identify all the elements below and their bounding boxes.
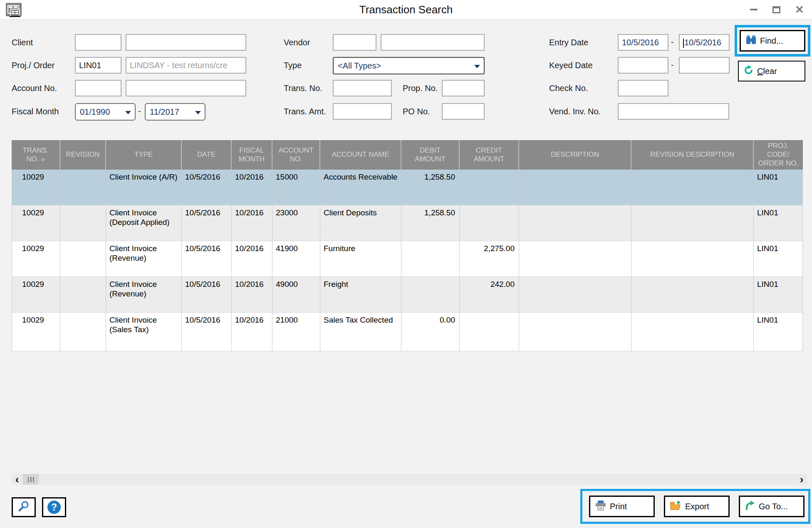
cell-fiscal-month: 10/2016	[232, 241, 272, 276]
cell-account-no: 49000	[272, 277, 320, 312]
col-header-proj-code[interactable]: PROJ. CODE/ ORDER NO.	[754, 140, 803, 170]
vend-inv-no-field[interactable]	[618, 103, 729, 120]
search-icon	[18, 501, 30, 514]
table-row[interactable]: 10029 Client Invoice (Revenue) 10/5/2016…	[12, 277, 803, 313]
client-code-field[interactable]	[75, 34, 121, 51]
cell-description	[519, 313, 631, 351]
cell-revision	[60, 205, 106, 241]
cell-account-no: 23000	[272, 205, 320, 241]
col-header-credit-amount[interactable]: CREDIT AMOUNT	[460, 140, 519, 170]
cell-account-name: Client Deposits	[320, 205, 401, 241]
entry-date-from-field[interactable]: 10/5/2016	[618, 34, 668, 51]
help-icon: ?	[47, 501, 61, 514]
cell-trans-no: 10029	[12, 277, 60, 312]
cell-credit	[460, 170, 519, 205]
keyed-date-to-field[interactable]	[679, 57, 730, 74]
col-header-type[interactable]: TYPE	[106, 140, 182, 170]
cell-fiscal-month: 10/2016	[232, 170, 272, 205]
horizontal-scrollbar[interactable]: ‹ ›	[12, 474, 807, 485]
cell-type: Client Invoice (Revenue)	[106, 241, 182, 276]
find-button-highlight: Find...	[735, 25, 810, 57]
cell-revision-description	[631, 205, 754, 241]
maximize-button[interactable]	[767, 0, 785, 19]
clear-button[interactable]: Clear	[738, 61, 805, 81]
col-header-description[interactable]: DESCRIPTION	[519, 140, 631, 170]
entry-date-label: Entry Date	[549, 34, 588, 51]
col-header-date[interactable]: DATE	[182, 140, 232, 170]
table-row[interactable]: 10029 Client Invoice (Revenue) 10/5/2016…	[12, 241, 803, 277]
vendor-code-field[interactable]	[333, 34, 376, 51]
account-no-code-field[interactable]	[75, 80, 121, 96]
type-select[interactable]: <All Types>	[333, 57, 485, 74]
find-button-label: Find...	[760, 36, 783, 46]
cell-credit	[460, 205, 519, 241]
minimize-button[interactable]	[745, 0, 763, 19]
table-row[interactable]: 10029 Client Invoice (Deposit Applied) 1…	[12, 205, 803, 241]
title-bar: Transaction Search ✕	[0, 0, 812, 20]
scroll-right-icon[interactable]: ›	[796, 474, 807, 485]
cell-description	[519, 277, 631, 312]
col-header-account-no[interactable]: ACCOUNT NO.	[272, 140, 320, 170]
col-header-revision-description[interactable]: REVISION DESCRIPTION	[631, 140, 754, 170]
footer-actions-highlight: Print Export Go To...	[580, 489, 810, 524]
cell-account-no: 41900	[272, 241, 320, 276]
fiscal-month-label: Fiscal Month	[12, 103, 59, 120]
scrollbar-thumb[interactable]	[23, 474, 39, 485]
check-no-field[interactable]	[618, 80, 668, 96]
col-header-revision[interactable]: REVISION	[60, 140, 106, 170]
cell-description	[519, 170, 631, 205]
trans-no-field[interactable]	[333, 80, 392, 96]
prop-no-field[interactable]	[442, 80, 485, 96]
fiscal-month-to-select[interactable]: 11/2017	[145, 103, 205, 121]
cell-debit	[401, 241, 460, 276]
type-value: <All Types>	[338, 61, 381, 70]
cell-revision	[60, 170, 106, 205]
cell-revision-description	[631, 241, 754, 276]
cell-account-name: Furniture	[320, 241, 401, 276]
vendor-name-field[interactable]	[381, 34, 485, 51]
export-button[interactable]: Export	[664, 496, 730, 517]
proj-order-code-field[interactable]: LIN01	[75, 57, 121, 74]
cell-revision-description	[631, 170, 754, 205]
search-button[interactable]	[12, 497, 36, 517]
col-header-debit-amount[interactable]: DEBIT AMOUNT	[401, 140, 460, 170]
cell-type: Client Invoice (Revenue)	[106, 277, 182, 312]
clear-button-label: Clear	[757, 67, 777, 76]
chevron-down-icon	[195, 111, 201, 114]
cell-trans-no: 10029	[12, 313, 60, 351]
keyed-date-from-field[interactable]	[618, 57, 668, 74]
print-button-label: Print	[610, 502, 627, 511]
print-button[interactable]: Print	[589, 496, 655, 517]
cell-fiscal-month: 10/2016	[232, 277, 272, 312]
account-no-name-field[interactable]	[126, 80, 246, 96]
chevron-down-icon	[125, 111, 131, 114]
fiscal-month-from-value: 01/1990	[80, 107, 110, 116]
vend-inv-no-label: Vend. Inv. No.	[549, 103, 601, 120]
table-row[interactable]: 10029 Client Invoice (A/R) 10/5/2016 10/…	[12, 170, 803, 205]
client-name-field[interactable]	[126, 34, 246, 51]
col-header-trans-no[interactable]: TRANS. NO. »	[12, 140, 60, 170]
scroll-left-icon[interactable]: ‹	[12, 474, 22, 485]
trans-amt-field[interactable]	[333, 103, 392, 120]
entry-date-to-field[interactable]: 10/5/2016	[679, 34, 730, 51]
find-button[interactable]: Find...	[740, 30, 805, 52]
cell-date: 10/5/2016	[182, 277, 232, 312]
maximize-icon	[772, 6, 780, 13]
results-table: TRANS. NO. » REVISION TYPE DATE FISCAL M…	[12, 140, 803, 351]
po-no-field[interactable]	[442, 103, 485, 120]
col-header-fiscal-month[interactable]: FISCAL MONTH	[232, 140, 272, 170]
go-to-button[interactable]: Go To...	[739, 496, 805, 517]
close-icon: ✕	[795, 4, 804, 15]
cell-type: Client Invoice (Deposit Applied)	[106, 205, 182, 241]
page-title: Transaction Search	[0, 0, 812, 19]
proj-order-desc-field[interactable]: LINDSAY - test returns/cre	[126, 57, 246, 74]
help-button[interactable]: ?	[42, 497, 66, 517]
close-button[interactable]: ✕	[790, 0, 809, 19]
po-no-label: PO No.	[403, 103, 430, 120]
cell-account-name: Accounts Receivable	[320, 170, 401, 205]
col-header-account-name[interactable]: ACCOUNT NAME	[320, 140, 401, 170]
table-header-row: TRANS. NO. » REVISION TYPE DATE FISCAL M…	[12, 140, 803, 170]
table-row[interactable]: 10029 Client Invoice (Sales Tax) 10/5/20…	[12, 313, 803, 351]
fiscal-month-from-select[interactable]: 01/1990	[75, 103, 136, 121]
minimize-icon	[750, 9, 758, 10]
